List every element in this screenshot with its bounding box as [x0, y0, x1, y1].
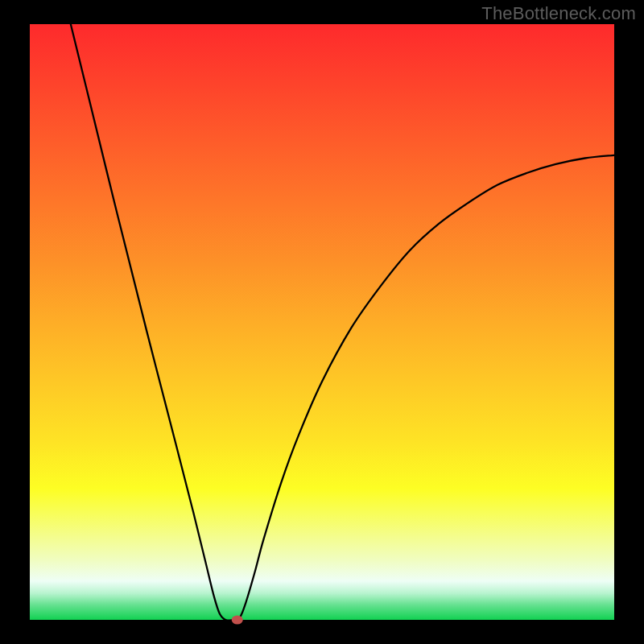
bottleneck-chart: [0, 0, 644, 644]
chart-frame: TheBottleneck.com: [0, 0, 644, 644]
minimum-marker: [232, 616, 243, 625]
watermark-text: TheBottleneck.com: [481, 3, 636, 24]
plot-background: [30, 24, 614, 620]
